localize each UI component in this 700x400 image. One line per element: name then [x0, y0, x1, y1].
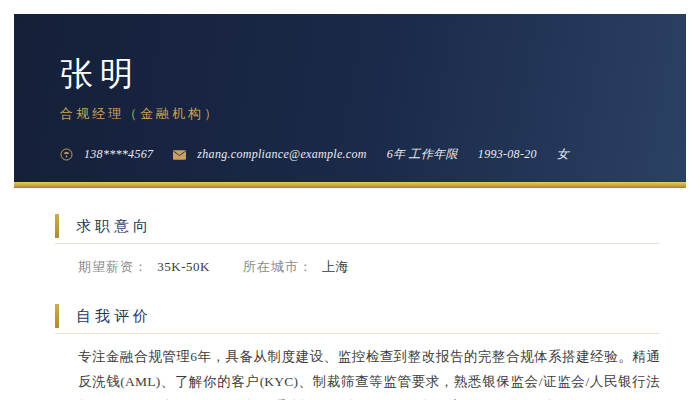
contact-email: zhang.compliance@example.com — [173, 147, 366, 162]
contact-work-years-value: 6年 工作年限 — [387, 146, 458, 163]
section-heading: 自我评价 — [55, 304, 660, 328]
job-intent-fields: 期望薪资： 35K-50K 所在城市： 上海 — [78, 258, 660, 276]
field-label: 所在城市： — [243, 259, 313, 274]
resume-header: 张明 合规经理（金融机构） 138****4567 — [14, 14, 686, 182]
section-title: 自我评价 — [76, 307, 152, 326]
section-separator — [55, 333, 660, 334]
contact-gender-value: 女 — [557, 146, 569, 163]
resume-body: 求职意向 期望薪资： 35K-50K 所在城市： 上海 自我评价 专注金融合规管… — [14, 188, 686, 400]
envelope-icon — [173, 150, 186, 160]
candidate-job-title: 合规经理（金融机构） — [60, 105, 640, 123]
contact-email-value: zhang.compliance@example.com — [197, 147, 366, 162]
section-separator — [55, 243, 660, 244]
section-self-evaluation: 自我评价 专注金融合规管理6年，具备从制度建设、监控检查到整改报告的完整合规体系… — [55, 304, 660, 400]
phone-icon — [60, 148, 73, 161]
candidate-name: 张明 — [60, 58, 640, 90]
contact-phone-value: 138****4567 — [84, 147, 153, 162]
field-label: 期望薪资： — [78, 259, 148, 274]
field-city: 所在城市： 上海 — [243, 258, 349, 276]
heading-accent-bar — [55, 304, 59, 328]
field-expected-salary: 期望薪资： 35K-50K — [78, 258, 210, 276]
section-job-intent: 求职意向 期望薪资： 35K-50K 所在城市： 上海 — [55, 214, 660, 276]
self-evaluation-text: 专注金融合规管理6年，具备从制度建设、监控检查到整改报告的完整合规体系搭建经验。… — [78, 344, 660, 400]
field-value: 35K-50K — [157, 259, 210, 274]
contact-work-years: 6年 工作年限 — [387, 146, 458, 163]
field-value: 上海 — [322, 259, 349, 274]
section-title: 求职意向 — [76, 217, 152, 236]
contact-birth-date: 1993-08-20 — [478, 147, 537, 162]
section-heading: 求职意向 — [55, 214, 660, 238]
contact-gender: 女 — [557, 146, 569, 163]
heading-accent-bar — [55, 214, 59, 238]
contact-birth-date-value: 1993-08-20 — [478, 147, 537, 162]
resume-page: 张明 合规经理（金融机构） 138****4567 — [14, 14, 686, 400]
contact-row: 138****4567 zhang.compliance@example.com… — [60, 146, 640, 163]
contact-phone: 138****4567 — [60, 147, 153, 162]
